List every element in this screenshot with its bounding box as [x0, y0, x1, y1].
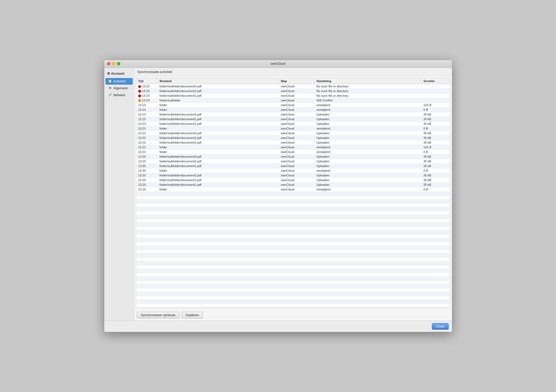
cell-action: Uploaden: [314, 136, 421, 140]
table-row: 13:23folder/subfolder/document2.pdfownCl…: [136, 117, 450, 122]
table-row-empty: [136, 250, 450, 254]
cell-file: folder/subfolder/document2.pdf: [157, 117, 278, 122]
cell-size: 35 kB: [421, 178, 450, 182]
netwerk-icon: 🔗: [108, 93, 112, 97]
cell-size: 0 B: [421, 126, 450, 131]
table-row: 13:22folder/subfolder/document3.pdfownCl…: [136, 131, 450, 136]
cell-map: ownCloud: [279, 122, 314, 126]
table-row-empty: [136, 292, 450, 296]
table-row-empty: [136, 238, 450, 242]
table-row-empty: [136, 300, 450, 304]
close-button[interactable]: Close: [432, 323, 449, 330]
table-row-empty: [136, 227, 450, 230]
table-row-empty: [136, 265, 450, 269]
cell-size: 0 B: [421, 108, 450, 112]
cell-size: 102 B: [421, 103, 450, 108]
cell-size: 35 kB: [421, 140, 450, 145]
table-row-empty: [136, 200, 450, 203]
sidebar-item-activiteit[interactable]: 📋 Activiteit: [105, 78, 133, 85]
col-header-tijd: Tijd: [136, 78, 158, 84]
sidebar-item-netwerk[interactable]: 🔗 Netwerk: [105, 92, 133, 98]
cell-map: ownCloud: [279, 154, 314, 159]
table-row: 13:23folder/subfolderownCloud409 Conflic…: [136, 98, 450, 103]
cell-action: Uploaden: [314, 154, 421, 159]
cell-action: Uploaden: [314, 178, 421, 182]
cell-map: ownCloud: [279, 150, 314, 154]
cell-time: 13:19: [136, 187, 158, 192]
cell-file: folder: [157, 108, 278, 112]
cell-time: 13:20: [136, 168, 158, 173]
close-window-button[interactable]: [107, 62, 110, 65]
sidebar-item-algemeen[interactable]: ⚙ Algemeen: [105, 85, 133, 92]
cell-time: 13:22: [136, 136, 158, 140]
table-row-empty: [136, 277, 450, 281]
cell-map: ownCloud: [279, 131, 314, 136]
table-row-empty: [136, 211, 450, 215]
cell-file: folder/subfolder/document1.pdf: [157, 122, 278, 126]
minimize-window-button[interactable]: [112, 62, 115, 65]
table-row: 13:20folder/subfolder/document1.pdfownCl…: [136, 164, 450, 168]
content-area: ⚙ Account 📋 Activiteit ⚙ Algemeen 🔗 Netw…: [104, 68, 452, 321]
col-header-map: Map: [279, 78, 314, 84]
cell-size: 102 B: [421, 145, 450, 150]
cell-file: folder: [157, 145, 278, 150]
cell-file: folder: [157, 103, 278, 108]
activiteit-icon: 📋: [108, 79, 112, 83]
cell-size: 35 kB: [421, 117, 450, 122]
col-header-bestand: Bestand: [157, 78, 278, 84]
cell-time: 13:22: [136, 145, 158, 150]
cell-action: Uploaden: [314, 173, 421, 178]
cell-file: folder/subfolder/document3.pdf: [157, 84, 278, 88]
cell-time: 13:23: [136, 103, 158, 108]
cell-map: ownCloud: [279, 112, 314, 117]
cell-time: 13:23: [136, 108, 158, 112]
cell-time: 13:23: [136, 84, 158, 88]
table-row: 13:20folder/subfolder/document3.pdfownCl…: [136, 154, 450, 159]
cell-action: Uploaden: [314, 140, 421, 145]
table-row-empty: [136, 215, 450, 219]
table-row: 13:23folder/subfolder/document1.pdfownCl…: [136, 93, 450, 98]
bottom-bar: Close: [104, 321, 452, 332]
cell-action: Uploaden: [314, 131, 421, 136]
table-row: 13:20folder/subfolder/document2.pdfownCl…: [136, 178, 450, 182]
cell-action: Uploaden: [314, 159, 421, 164]
table-row: 13:23folderownCloudverwijderd0 B: [136, 108, 450, 112]
cell-size: 0 B: [421, 150, 450, 154]
titlebar: ownCloud: [104, 60, 452, 68]
table-row-empty: [136, 234, 450, 238]
cell-file: folder/subfolder/document2.pdf: [157, 88, 278, 93]
table-row: 13:23folder/subfolder/document2.pdfownCl…: [136, 88, 450, 93]
error-icon: [138, 95, 141, 97]
cell-size: 35 kB: [421, 131, 450, 136]
algemeen-icon: ⚙: [108, 86, 112, 90]
table-row-empty: [136, 254, 450, 257]
cell-file: folder/subfolder/document3.pdf: [157, 131, 278, 136]
table-row-empty: [136, 203, 450, 207]
footer: Synchroniseer opnieuw Kopiëren: [134, 310, 452, 321]
table-row: 13:23folder/subfolder/document3.pdfownCl…: [136, 84, 450, 88]
cell-size: 35 kB: [421, 112, 450, 117]
cell-size: 35 kB: [421, 173, 450, 178]
table-row: 13:23folder/subfolder/document3.pdfownCl…: [136, 112, 450, 117]
copy-button[interactable]: Kopiëren: [182, 312, 203, 318]
cell-time: 13:22: [136, 140, 158, 145]
window-title: ownCloud: [271, 62, 285, 66]
cell-file: folder/subfolder/document1.pdf: [157, 140, 278, 145]
cell-map: ownCloud: [279, 187, 314, 192]
cell-map: ownCloud: [279, 140, 314, 145]
cell-file: folder: [157, 168, 278, 173]
error-icon: [138, 90, 141, 93]
cell-time: 13:20: [136, 164, 158, 168]
maximize-window-button[interactable]: [117, 62, 120, 65]
account-icon: ⚙: [107, 72, 110, 76]
table-row-empty: [136, 230, 450, 234]
table-row-empty: [136, 273, 450, 277]
cell-action: verwijderd: [314, 187, 421, 192]
cell-map: ownCloud: [279, 136, 314, 140]
cell-size: [421, 88, 450, 93]
cell-action: Uploaden: [314, 112, 421, 117]
activity-table-container[interactable]: Tijd Bestand Map Handeling Grootte 13:23…: [136, 78, 450, 308]
sync-again-button[interactable]: Synchroniseer opnieuw: [137, 312, 180, 318]
table-row-empty: [136, 296, 450, 300]
cell-map: ownCloud: [279, 159, 314, 164]
